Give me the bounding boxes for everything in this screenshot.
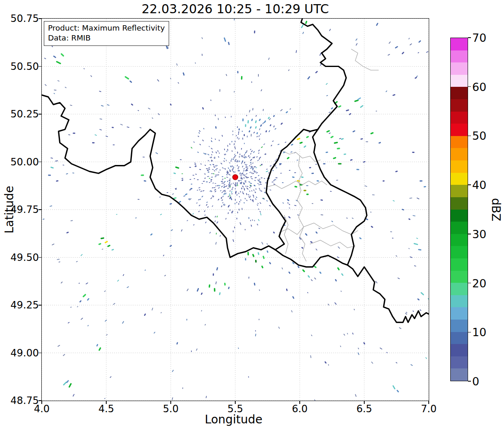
colorbar-segment — [451, 332, 468, 344]
colorbar-segment — [451, 38, 468, 50]
y-tick-label: 50.75 — [7, 13, 39, 24]
colorbar-segment — [451, 307, 468, 320]
info-product-line: Product: Maximum Reflectivity — [48, 23, 165, 33]
colorbar-tick-label: 50 — [472, 129, 486, 142]
colorbar-tick-label: 60 — [472, 80, 486, 93]
colorbar — [450, 38, 468, 381]
colorbar-segment — [451, 270, 468, 283]
colorbar-tick-label: 70 — [472, 31, 486, 44]
colorbar-tick-mark — [468, 136, 471, 136]
colorbar-segment — [451, 344, 468, 356]
x-tick-label: 7.0 — [421, 403, 437, 415]
y-tick-mark — [38, 400, 41, 401]
colorbar-segment — [451, 172, 468, 185]
colorbar-tick-label: 40 — [472, 179, 486, 191]
colorbar-segment — [451, 295, 468, 307]
colorbar-tick-mark — [468, 283, 471, 284]
y-tick-label: 49.75 — [7, 204, 39, 215]
colorbar-segment — [451, 222, 468, 234]
radar-site-marker — [233, 174, 238, 180]
y-tick-mark — [38, 353, 41, 354]
colorbar-tick-mark — [468, 86, 471, 87]
y-tick-mark — [38, 209, 41, 210]
colorbar-tick-label: 20 — [472, 277, 486, 289]
y-tick-label: 50.50 — [7, 61, 39, 72]
x-tick-label: 5.5 — [227, 403, 243, 415]
y-tick-label: 49.00 — [7, 347, 39, 359]
map-plot-area — [42, 19, 429, 401]
regional-borders — [268, 49, 378, 261]
y-tick-mark — [38, 18, 41, 19]
y-tick-mark — [38, 66, 41, 67]
y-tick-mark — [38, 305, 41, 306]
y-tick-mark — [38, 257, 41, 258]
colorbar-tick-label: 0 — [472, 375, 479, 388]
colorbar-segment — [451, 148, 468, 160]
colorbar-tick-mark — [468, 184, 471, 185]
colorbar-segment — [451, 258, 468, 271]
colorbar-segment — [451, 209, 468, 222]
colorbar-tick-label: 10 — [472, 326, 486, 339]
y-tick-mark — [38, 114, 41, 115]
y-tick-mark — [38, 162, 41, 162]
colorbar-segment — [451, 136, 468, 148]
colorbar-label: dBZ — [489, 198, 503, 221]
colorbar-segment — [451, 283, 468, 295]
colorbar-tick-mark — [468, 332, 471, 333]
colorbar-segment — [451, 356, 468, 368]
y-tick-label: 50.25 — [7, 108, 39, 120]
colorbar-tick-mark — [468, 234, 471, 234]
chart-title: 22.03.2026 10:25 - 10:29 UTC — [141, 2, 329, 16]
y-tick-label: 49.25 — [7, 299, 39, 311]
x-tick-label: 6.0 — [292, 403, 308, 415]
colorbar-tick-label: 30 — [472, 227, 486, 240]
colorbar-segment — [451, 197, 468, 209]
y-tick-label: 50.00 — [7, 156, 39, 168]
colorbar-segment — [451, 320, 468, 332]
gridlines — [42, 19, 429, 401]
radar-figure: 22.03.2026 10:25 - 10:29 UTC Product: Ma… — [0, 0, 504, 430]
radar-echoes — [48, 21, 426, 393]
colorbar-segment — [451, 246, 468, 258]
y-tick-label: 48.75 — [7, 395, 39, 406]
info-data-line: Data: RMIB — [48, 33, 165, 43]
colorbar-segment — [451, 99, 468, 112]
colorbar-tick-mark — [468, 37, 471, 38]
colorbar-segment — [451, 62, 468, 75]
x-tick-label: 4.5 — [98, 403, 114, 415]
colorbar-segment — [451, 50, 468, 62]
x-tick-label: 6.5 — [356, 403, 372, 415]
colorbar-segment — [451, 368, 468, 381]
colorbar-segment — [451, 160, 468, 173]
y-tick-label: 49.50 — [7, 252, 39, 263]
info-box: Product: Maximum Reflectivity Data: RMIB — [44, 21, 169, 46]
colorbar-segment — [451, 124, 468, 136]
colorbar-segment — [451, 74, 468, 87]
colorbar-segment — [451, 234, 468, 246]
x-tick-label: 5.0 — [163, 403, 179, 415]
colorbar-segment — [451, 87, 468, 99]
colorbar-tick-mark — [468, 381, 471, 382]
colorbar-segment — [451, 111, 468, 124]
colorbar-segment — [451, 185, 468, 197]
